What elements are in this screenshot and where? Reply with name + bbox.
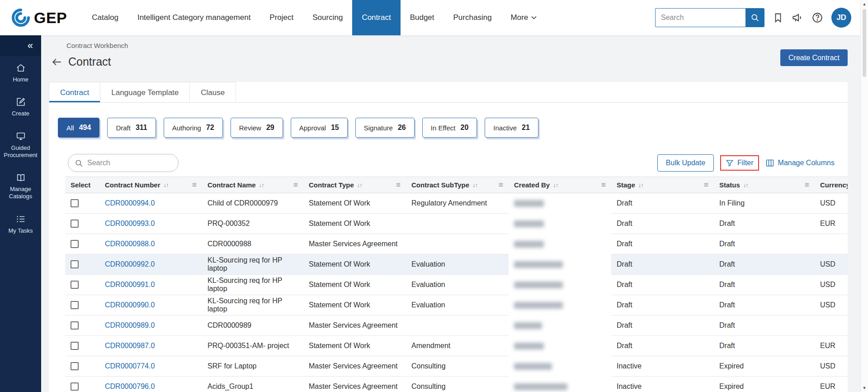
- column-menu-icon[interactable]: ≡: [499, 181, 503, 190]
- sort-icon[interactable]: ↓↑: [638, 182, 643, 188]
- list-search-input[interactable]: [87, 159, 181, 167]
- column-menu-icon[interactable]: ≡: [704, 181, 708, 190]
- global-search-button[interactable]: [745, 8, 764, 27]
- sidebar-item-home[interactable]: Home: [0, 56, 41, 90]
- sidebar-item-create[interactable]: Create: [0, 90, 41, 124]
- sort-icon[interactable]: ↓↑: [472, 182, 477, 188]
- table-row: CDR0000993.0 PRQ-000352 Statement Of Wor…: [65, 214, 848, 234]
- sidebar-item-my-tasks[interactable]: My Tasks: [0, 207, 41, 241]
- column-header-status[interactable]: Status↓↑≡: [714, 177, 815, 193]
- nav-item-project[interactable]: Project: [260, 0, 303, 35]
- row-checkbox[interactable]: [71, 199, 79, 207]
- status-cell: Draft: [714, 275, 815, 295]
- currency-cell: USD: [815, 193, 848, 214]
- chip-all[interactable]: All494: [58, 118, 99, 138]
- column-header-select: Select: [65, 177, 99, 193]
- sort-icon[interactable]: ↓↑: [553, 182, 558, 188]
- contract-number-link[interactable]: CDR0000992.0: [105, 260, 155, 268]
- sort-icon[interactable]: ↓↑: [743, 182, 748, 188]
- breadcrumb[interactable]: Contract Workbench: [66, 42, 128, 49]
- contract-name-cell: PRQ-000352: [202, 214, 303, 234]
- row-checkbox[interactable]: [71, 281, 79, 289]
- table-row: CDR0000990.0 KL-Sourcing req for HP lapt…: [65, 295, 848, 316]
- nav-item-budget[interactable]: Budget: [401, 0, 444, 35]
- column-header-stage[interactable]: Stage↓↑≡: [611, 177, 714, 193]
- column-menu-icon[interactable]: ≡: [192, 181, 197, 190]
- row-checkbox[interactable]: [71, 260, 79, 268]
- nav-item-contract[interactable]: Contract: [352, 0, 400, 35]
- table-row: CDR0000992.0 KL-Sourcing req for HP lapt…: [65, 254, 848, 275]
- column-menu-icon[interactable]: ≡: [601, 181, 606, 190]
- nav-item-sourcing[interactable]: Sourcing: [303, 0, 352, 35]
- help-icon[interactable]: [811, 12, 823, 24]
- nav-item-purchasing[interactable]: Purchasing: [444, 0, 501, 35]
- column-header-contract-name[interactable]: Contract Name↓↑≡: [202, 177, 303, 193]
- chip-in-effect[interactable]: In Effect20: [422, 118, 477, 138]
- created-by-cell: [509, 295, 611, 316]
- column-header-currency[interactable]: Currency↓↑: [815, 177, 848, 193]
- contract-number-link[interactable]: CDR0000988.0: [105, 240, 155, 248]
- sidebar-item-manage-catalogs[interactable]: Manage Catalogs: [0, 166, 41, 207]
- create-contract-button[interactable]: Create Contract: [780, 49, 848, 66]
- contract-number-link[interactable]: CDR0000774.0: [105, 362, 155, 370]
- column-menu-icon[interactable]: ≡: [293, 181, 298, 190]
- sort-icon[interactable]: ↓↑: [357, 182, 362, 188]
- row-checkbox[interactable]: [71, 321, 79, 330]
- row-checkbox[interactable]: [71, 240, 79, 248]
- scroll-down-arrow-icon[interactable]: ▼: [861, 384, 868, 392]
- stage-cell: Draft: [611, 234, 714, 254]
- filter-button[interactable]: Filter: [726, 159, 754, 167]
- chip-inactive[interactable]: Inactive21: [485, 118, 538, 138]
- sidebar-item-guided-procurement[interactable]: Guided Procurement: [0, 124, 41, 166]
- contract-number-link[interactable]: CDR0000987.0: [105, 342, 155, 350]
- row-checkbox[interactable]: [71, 362, 79, 370]
- stage-cell: Inactive: [611, 377, 714, 392]
- column-header-contract-subtype[interactable]: Contract SubType↓↑≡: [406, 177, 509, 193]
- column-header-contract-type[interactable]: Contract Type↓↑≡: [303, 177, 406, 193]
- column-menu-icon[interactable]: ≡: [805, 181, 809, 190]
- row-checkbox[interactable]: [71, 382, 79, 391]
- bookmark-icon[interactable]: [773, 12, 783, 23]
- redacted-created-by: [514, 383, 567, 390]
- contract-number-link[interactable]: CDR0000991.0: [105, 281, 155, 289]
- chip-approval[interactable]: Approval15: [291, 118, 348, 138]
- contract-number-link[interactable]: CDR0000989.0: [105, 321, 155, 330]
- chip-signature[interactable]: Signature26: [355, 118, 415, 138]
- currency-cell: [815, 234, 848, 254]
- gep-logo[interactable]: GEP: [12, 9, 67, 27]
- announcements-megaphone-icon[interactable]: [792, 12, 803, 24]
- scroll-up-arrow-icon[interactable]: ▲: [861, 0, 868, 8]
- column-menu-icon[interactable]: ≡: [396, 181, 401, 190]
- row-checkbox[interactable]: [71, 301, 79, 309]
- global-search-input[interactable]: [655, 8, 745, 27]
- tab-clause[interactable]: Clause: [189, 82, 236, 102]
- nav-item-catalog[interactable]: Catalog: [82, 0, 128, 35]
- column-header-contract-number[interactable]: Contract Number↓↑≡: [99, 177, 202, 193]
- sidebar-collapse-button[interactable]: «: [0, 35, 41, 56]
- contract-number-link[interactable]: CDR0000993.0: [105, 220, 155, 228]
- back-arrow-icon[interactable]: [51, 56, 63, 68]
- chip-authoring[interactable]: Authoring72: [164, 118, 223, 138]
- column-header-created-by[interactable]: Created By↓↑≡: [509, 177, 611, 193]
- user-avatar[interactable]: JD: [831, 8, 851, 28]
- redacted-created-by: [514, 282, 563, 288]
- currency-cell: EUR: [815, 336, 848, 356]
- nav-item-intelligent-category-management[interactable]: Intelligent Category management: [128, 0, 260, 35]
- row-checkbox[interactable]: [71, 342, 79, 350]
- sort-icon[interactable]: ↓↑: [259, 182, 264, 188]
- manage-columns-button[interactable]: Manage Columns: [765, 158, 835, 167]
- chip-review[interactable]: Review29: [231, 118, 283, 138]
- contract-number-link[interactable]: CDR0000994.0: [105, 199, 155, 207]
- tab-language-template[interactable]: Language Template: [100, 82, 190, 102]
- sort-icon[interactable]: ↓↑: [164, 182, 169, 188]
- contract-number-link[interactable]: CDR0000796.0: [105, 382, 155, 391]
- currency-cell: USD: [815, 275, 848, 295]
- tab-contract[interactable]: Contract: [49, 82, 100, 102]
- vertical-scrollbar[interactable]: ▲ ▼: [860, 0, 868, 392]
- bulk-update-button[interactable]: Bulk Update: [657, 154, 714, 172]
- row-checkbox[interactable]: [71, 220, 79, 228]
- contract-number-link[interactable]: CDR0000990.0: [105, 301, 155, 309]
- chip-draft[interactable]: Draft311: [107, 118, 156, 138]
- scrollbar-thumb[interactable]: [863, 9, 866, 77]
- nav-item-more[interactable]: More: [501, 0, 547, 35]
